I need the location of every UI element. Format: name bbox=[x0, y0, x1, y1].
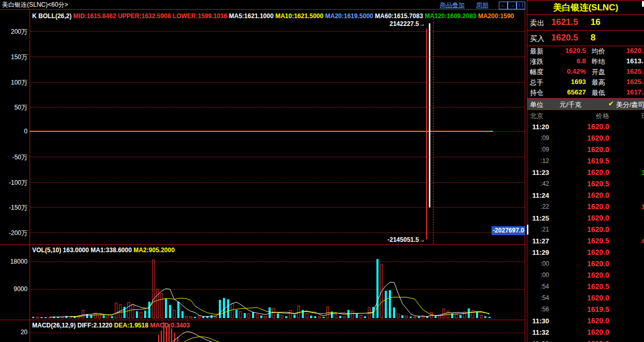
tape-time: :42 bbox=[527, 180, 549, 187]
tape-row[interactable]: 11:271620.54 bbox=[527, 235, 644, 247]
tape-row[interactable]: 11:231620.03 bbox=[527, 167, 644, 178]
indicator-segment: MA5:1621.1000 bbox=[229, 12, 275, 20]
volume-bar bbox=[165, 298, 167, 318]
macd-histogram-bar bbox=[163, 322, 164, 342]
tape-row[interactable]: 11:251620.0 bbox=[527, 212, 644, 224]
volume-bar bbox=[256, 314, 258, 318]
volume-bar bbox=[244, 313, 246, 318]
tape-row[interactable]: :561619.5 bbox=[527, 304, 644, 315]
tape-row[interactable]: 11:301620.0 bbox=[527, 315, 644, 326]
volume-bar bbox=[136, 311, 138, 318]
stat-value: 1693 bbox=[550, 78, 586, 86]
stat-label: 均价 bbox=[592, 47, 605, 56]
panel-top-border bbox=[527, 0, 644, 1]
macd-chart[interactable] bbox=[30, 320, 525, 342]
tape-price: 1620.5 bbox=[565, 180, 609, 188]
volume-bar bbox=[488, 317, 491, 318]
volume-bar bbox=[140, 312, 142, 318]
unit-row: 单位 元/千克 ✔ 美分/盎司 bbox=[527, 99, 644, 110]
tape-row[interactable]: :541620.0 bbox=[527, 292, 644, 304]
tape-row[interactable]: :001620.0 bbox=[527, 258, 644, 269]
stat-value: 1613. bbox=[626, 57, 643, 65]
volume-bar bbox=[306, 313, 308, 318]
volume-bar bbox=[480, 316, 482, 318]
tape-row[interactable]: :091620.0 bbox=[527, 132, 644, 144]
tape-time: 11:20 bbox=[527, 123, 549, 131]
kline-chart-pane[interactable] bbox=[0, 10, 525, 244]
volume-bar bbox=[318, 317, 320, 318]
stat-label: 最高 bbox=[592, 78, 605, 87]
volume-bar bbox=[277, 313, 279, 318]
volume-bar bbox=[169, 305, 171, 318]
forward-arrow-icon[interactable]: → bbox=[508, 2, 516, 9]
tape-price: 1620.0 bbox=[565, 145, 609, 154]
alt-unit-toggle[interactable]: 美分/盎司 bbox=[616, 100, 644, 110]
main-gridline bbox=[30, 157, 525, 157]
volume-bar bbox=[310, 316, 312, 318]
zero-gridline-right bbox=[493, 131, 525, 132]
tape-header-time: 北京 bbox=[530, 112, 543, 121]
volume-bar bbox=[99, 314, 101, 318]
stat-value: 1620. bbox=[626, 47, 643, 54]
tape-price: 1619.5 bbox=[565, 157, 609, 165]
tape-price: 1620.0 bbox=[565, 294, 609, 302]
volume-bar bbox=[223, 298, 225, 318]
tape-time: :54 bbox=[527, 283, 549, 290]
unit-label: 单位 bbox=[530, 100, 543, 110]
tape-row[interactable]: :091620.0 bbox=[527, 144, 644, 155]
tape-row[interactable]: :211620.0 bbox=[527, 224, 644, 235]
volume-bar bbox=[281, 316, 283, 318]
volume-bar bbox=[152, 260, 155, 318]
tape-price: 1620.0 bbox=[565, 214, 609, 222]
volume-bars-chart[interactable] bbox=[30, 245, 525, 320]
tape-time: :12 bbox=[527, 157, 549, 165]
tape-row[interactable]: :421620.5 bbox=[527, 178, 644, 189]
volume-ma2-line bbox=[71, 297, 489, 317]
kline-indicator-readout: K BOLL(26,2) MID:1615.8462 UPPER:1632.59… bbox=[32, 12, 514, 20]
tape-row[interactable]: :221620.01 bbox=[527, 201, 644, 212]
stat-value: 65627 bbox=[550, 88, 586, 96]
split-window-icon[interactable]: ❘❘ bbox=[516, 2, 525, 9]
main-gridline bbox=[30, 182, 525, 183]
volume-bar bbox=[219, 300, 221, 318]
tape-row[interactable]: :001620.0 bbox=[527, 269, 644, 281]
tape-row[interactable]: 11:241620.0 bbox=[527, 189, 644, 201]
buy-quote-row[interactable]: 买入 1620.5 8 bbox=[527, 31, 644, 46]
volume-bar bbox=[264, 316, 267, 318]
stat-label: 昨结 bbox=[592, 57, 605, 66]
overlay-menu-link[interactable]: 商品叠加 bbox=[440, 1, 465, 10]
tape-row[interactable]: :541620.5 bbox=[527, 281, 644, 292]
tape-price: 1620.0 bbox=[565, 248, 609, 256]
volume-bar bbox=[405, 316, 408, 318]
unit-value[interactable]: 元/千克 bbox=[559, 100, 582, 110]
volume-bar bbox=[132, 305, 134, 318]
volume-bar bbox=[157, 289, 159, 318]
period-menu-link[interactable]: 周期 bbox=[476, 1, 488, 10]
stat-label: 开盘 bbox=[592, 67, 605, 77]
tape-row[interactable]: 11:321620.0 bbox=[527, 326, 644, 338]
tape-row[interactable]: :121619.5 bbox=[527, 155, 644, 167]
stat-label: 总手 bbox=[530, 78, 543, 87]
volume-bar bbox=[352, 311, 354, 318]
indicator-segment: LOWER:1599.1016 bbox=[173, 12, 229, 20]
buy-qty: 8 bbox=[591, 33, 595, 43]
volume-bar bbox=[269, 307, 271, 318]
tape-price: 1619.5 bbox=[565, 305, 609, 313]
sell-quote-row[interactable]: 卖出 1621.5 16 bbox=[527, 15, 644, 30]
tape-time: :54 bbox=[527, 294, 549, 302]
tape-time: :21 bbox=[527, 226, 549, 233]
volume-bar bbox=[356, 314, 358, 318]
back-arrow-icon[interactable]: ← bbox=[499, 2, 508, 9]
tape-price: 1620.0 bbox=[565, 271, 609, 279]
tape-time: 11:27 bbox=[527, 237, 549, 245]
volume-bar bbox=[397, 314, 399, 318]
volume-bar bbox=[385, 291, 387, 318]
tape-price: 1620.5 bbox=[565, 282, 609, 291]
volume-bar bbox=[468, 308, 470, 318]
volume-bar bbox=[65, 316, 67, 318]
tape-row[interactable]: 11:291620.0 bbox=[527, 247, 644, 258]
tape-row[interactable]: 11:201620.0 bbox=[527, 121, 644, 132]
tape-header-row: 北京 价格 现手 bbox=[527, 110, 644, 120]
tape-row[interactable]: 11:331619.0 bbox=[527, 338, 644, 342]
volume-bar bbox=[194, 317, 196, 318]
